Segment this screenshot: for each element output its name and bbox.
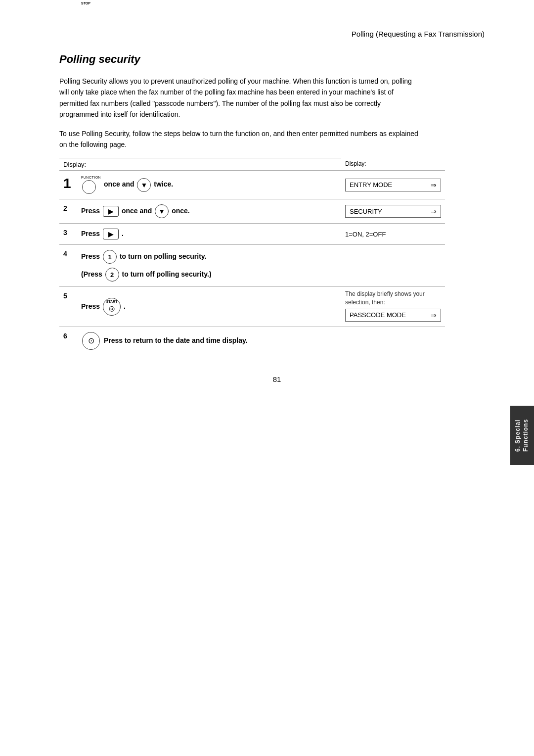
function-button — [82, 180, 96, 194]
down-arrow-button-2: ▼ — [155, 204, 169, 218]
steps-table: Display: Display: 1 FUNCTION once and ▼ — [59, 158, 445, 355]
page-number: 81 — [59, 375, 494, 383]
number-1-button: 1 — [103, 250, 117, 264]
step-5-press: Press — [81, 302, 102, 310]
table-row: 3 Press ▶ . 1=ON, 2=OFF — [59, 224, 445, 245]
page-container: Polling (Requesting a Fax Transmission) … — [0, 0, 534, 756]
step-2-once-and: once and — [122, 207, 154, 215]
stop-label: STOP — [81, 1, 90, 5]
sidebar-tab-text: 6. Special Functions — [514, 406, 530, 465]
header-title: Polling (Requesting a Fax Transmission) — [352, 30, 485, 38]
stop-button: ⊙ — [82, 332, 100, 350]
rect-button-2: ▶ — [103, 229, 119, 239]
start-label: START — [106, 300, 118, 303]
display-box-5: PASSCODE MODE ⇒ — [345, 309, 441, 322]
step-4-press-2: (Press — [81, 270, 104, 278]
step-2-press: Press — [81, 207, 102, 215]
table-row: 4 Press 1 to turn on polling security. (… — [59, 245, 445, 287]
step-5-period: . — [124, 302, 126, 310]
display-label-right: Display: — [345, 160, 366, 167]
step-6-press: Press — [104, 336, 125, 344]
step-number-3: 3 — [63, 229, 67, 236]
step-number-5: 5 — [63, 292, 67, 300]
table-row: 6 STOP ⊙ Press to return to the date and… — [59, 327, 445, 355]
display-text-5: PASSCODE MODE — [350, 311, 406, 319]
display-arrow-1: ⇒ — [431, 181, 437, 189]
step-6-main: to return to the date and time display. — [125, 336, 248, 344]
sidebar-label: 6. Special Functions — [514, 419, 529, 452]
step-number-6: 6 — [63, 332, 67, 340]
step-6-instruction: STOP ⊙ Press to return to the date and t… — [81, 332, 441, 350]
rect-button-1: ▶ — [103, 206, 119, 217]
step-4-main: to turn on polling security. — [120, 252, 207, 260]
step-5-instruction: Press START ◎ . — [81, 298, 337, 316]
page-header: Polling (Requesting a Fax Transmission) — [59, 30, 494, 38]
sidebar-tab: 6. Special Functions — [510, 406, 534, 465]
step-1-instruction: FUNCTION once and ▼ twice. — [81, 176, 337, 194]
step-3-press: Press — [81, 230, 102, 237]
intro-paragraph-2: To use Polling Security, follow the step… — [59, 128, 420, 150]
step-2-once: once. — [172, 207, 190, 215]
table-row: 5 Press START ◎ . The display briefly sh… — [59, 287, 445, 327]
table-header-row: Display: Display: — [59, 158, 445, 171]
display-text-2: SECURITY — [350, 208, 382, 215]
display-arrow-2: ⇒ — [431, 207, 437, 215]
step-4-press: Press — [81, 252, 102, 260]
display-arrow-5: ⇒ — [431, 311, 437, 319]
step-number-4: 4 — [63, 250, 67, 258]
display-label: Display: — [63, 161, 86, 168]
intro-paragraph-1: Polling Security allows you to prevent u… — [59, 76, 420, 120]
function-label: FUNCTION — [81, 176, 101, 179]
number-2-button: 2 — [105, 268, 119, 282]
display-text-3: 1=ON, 2=OFF — [345, 231, 441, 238]
display-box-2: SECURITY ⇒ — [345, 205, 441, 218]
section-title: Polling security — [59, 53, 494, 66]
step-number-1: 1 — [63, 176, 71, 191]
step-3-period: . — [122, 230, 124, 237]
display-note-5: The display briefly shows your selection… — [345, 290, 441, 307]
table-row: 2 Press ▶ once and ▼ once. SECURITY ⇒ — [59, 199, 445, 224]
display-box-1: ENTRY MODE ⇒ — [345, 179, 441, 191]
step-2-instruction: Press ▶ once and ▼ once. — [81, 204, 337, 218]
step-number-2: 2 — [63, 204, 67, 212]
step-4-sub-instruction: (Press 2 to turn off polling security.) — [81, 268, 441, 282]
table-row: 1 FUNCTION once and ▼ twice. ENTRY MODE — [59, 171, 445, 199]
step-1-once-and: once and — [104, 181, 136, 189]
display-text-1: ENTRY MODE — [350, 181, 392, 189]
step-3-instruction: Press ▶ . — [81, 229, 337, 239]
step-1-twice: twice. — [154, 181, 173, 189]
down-arrow-button-1: ▼ — [137, 178, 151, 192]
step-4-instruction: Press 1 to turn on polling security. — [81, 250, 441, 264]
start-button: START ◎ — [103, 298, 121, 316]
step-4-sub: to turn off polling security.) — [122, 270, 212, 278]
